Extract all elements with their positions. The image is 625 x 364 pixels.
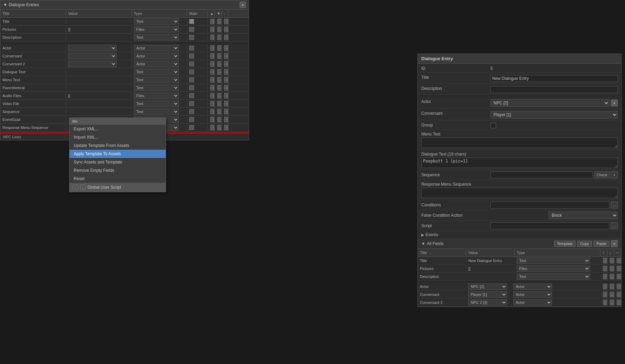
row-title-down[interactable]: ↓ (215, 18, 222, 25)
copy-button[interactable]: Copy (577, 241, 592, 247)
af-remove[interactable]: − (614, 291, 621, 298)
af-remove[interactable]: − (614, 299, 621, 306)
script-ellipsis-button[interactable]: ... (611, 222, 618, 229)
af-up[interactable]: ↑ (600, 283, 607, 290)
row-down[interactable]: ↓ (215, 100, 222, 108)
row-up[interactable]: ↑ (208, 92, 215, 100)
menu-item-import-xml[interactable]: Import XML... (70, 133, 166, 141)
af-actor-value[interactable]: NPC [2] (466, 283, 511, 290)
type-select[interactable]: Text (134, 109, 179, 115)
type-select-title[interactable]: Text (134, 18, 179, 25)
check-button[interactable]: Check (594, 171, 610, 178)
row-remove[interactable]: − (222, 84, 229, 92)
af-conversant-type[interactable]: Actor (511, 291, 556, 298)
row-down[interactable]: ↓ (215, 52, 222, 60)
script-input[interactable] (490, 222, 609, 229)
af-down[interactable]: ↓ (607, 257, 614, 264)
af-cell-type[interactable]: Text (515, 257, 600, 264)
all-fields-add-button[interactable]: + (611, 240, 618, 247)
type-select[interactable]: Files (134, 93, 179, 99)
conditions-ellipsis-button[interactable]: ... (611, 202, 618, 208)
type-select[interactable]: Text (134, 101, 179, 107)
row-type[interactable]: Text (132, 84, 187, 92)
row-up[interactable]: ↑ (208, 84, 215, 92)
conversant-select[interactable] (68, 53, 117, 59)
af-up[interactable]: ↑ (600, 299, 607, 306)
af-type-select[interactable]: Files (517, 265, 590, 272)
af-remove[interactable]: − (614, 283, 621, 290)
paste-button[interactable]: Paste (594, 241, 609, 247)
row-up[interactable]: ↑ (208, 68, 215, 76)
af-conversant2-type-select[interactable]: Actor (513, 299, 552, 306)
type-select[interactable]: Text (134, 69, 179, 75)
type-select[interactable]: Files (134, 26, 179, 32)
dialogue-text-input[interactable]: Poopbutt 1 [pic=1] (421, 158, 618, 168)
menu-item-sync-assets[interactable]: Sync Assets and Template (70, 158, 166, 166)
add-entry-button[interactable]: + (240, 2, 246, 8)
af-type-select[interactable]: Text (517, 273, 590, 280)
row-down[interactable]: ↓ (215, 34, 222, 41)
row-down[interactable]: ↓ (215, 116, 222, 123)
row-remove[interactable]: − (222, 108, 229, 115)
row-remove[interactable]: − (222, 52, 229, 60)
row-up[interactable]: ↑ (208, 34, 215, 41)
row-down[interactable]: ↓ (215, 68, 222, 76)
row-type[interactable]: Files (132, 92, 187, 100)
menu-text-input[interactable] (421, 138, 618, 148)
group-checkbox[interactable] (490, 123, 496, 128)
conversant2-select[interactable] (68, 61, 117, 67)
row-up[interactable]: ↑ (208, 52, 215, 60)
sequence-input[interactable] (490, 171, 593, 178)
row-type[interactable]: Actor (132, 44, 187, 52)
conversant-dropdown[interactable]: Player [1] (490, 111, 618, 119)
af-remove[interactable]: − (614, 265, 621, 272)
description-input[interactable] (490, 86, 618, 93)
actor-dropdown[interactable]: NPC [2] (490, 99, 609, 107)
row-down[interactable]: ↓ (215, 26, 222, 33)
row-remove[interactable]: − (222, 100, 229, 108)
af-remove[interactable]: − (614, 257, 621, 264)
row-up[interactable]: ↑ (208, 100, 215, 108)
af-cell-type[interactable]: Files (515, 265, 600, 272)
menu-item-reset[interactable]: Reset (70, 175, 166, 183)
row-remove[interactable]: − (222, 26, 229, 33)
af-up[interactable]: ↑ (600, 273, 607, 280)
type-select[interactable]: Actor (134, 45, 179, 51)
row-value[interactable] (66, 60, 132, 68)
sequence-add-button[interactable]: + (611, 171, 618, 178)
row-remove[interactable]: − (222, 116, 229, 123)
type-select[interactable]: Actor (134, 53, 179, 59)
af-conversant2-type[interactable]: Actor (511, 299, 556, 306)
menu-item-export-xml[interactable]: Export XML... (70, 125, 166, 133)
af-cell-type[interactable]: Text (515, 273, 600, 280)
af-down[interactable]: ↓ (607, 299, 614, 306)
row-type[interactable]: Files (132, 26, 187, 33)
row-type[interactable]: Text (132, 100, 187, 108)
row-down[interactable]: ↓ (215, 60, 222, 68)
af-actor-type-select[interactable]: Actor (513, 283, 552, 290)
row-remove[interactable]: − (222, 76, 229, 84)
title-input[interactable] (490, 75, 618, 82)
af-conversant-type-select[interactable]: Actor (513, 291, 552, 298)
af-up[interactable]: ↑ (600, 257, 607, 264)
row-down[interactable]: ↓ (215, 44, 222, 52)
row-down[interactable]: ↓ (215, 84, 222, 92)
row-up[interactable]: ↑ (208, 44, 215, 52)
type-select[interactable]: Actor (134, 61, 179, 67)
footer-down-btn[interactable]: ↓ (80, 185, 86, 190)
menu-item-apply-template[interactable]: Apply Template To Assets (70, 150, 166, 158)
row-remove[interactable]: − (222, 60, 229, 68)
row-type[interactable]: Actor (132, 60, 187, 68)
row-down[interactable]: ↓ (215, 124, 222, 131)
af-conversant2-select[interactable]: NPC 2 [3] (468, 299, 507, 306)
row-type[interactable]: Text (132, 76, 187, 84)
row-value[interactable] (66, 52, 132, 60)
row-down[interactable]: ↓ (215, 92, 222, 100)
row-type[interactable]: Text (132, 108, 187, 115)
menu-item-update-template[interactable]: Update Template From Assets (70, 141, 166, 150)
row-up[interactable]: ↑ (208, 116, 215, 123)
af-down[interactable]: ↓ (607, 273, 614, 280)
type-select[interactable]: Text (134, 34, 179, 40)
row-up[interactable]: ↑ (208, 76, 215, 84)
af-up[interactable]: ↑ (600, 265, 607, 272)
